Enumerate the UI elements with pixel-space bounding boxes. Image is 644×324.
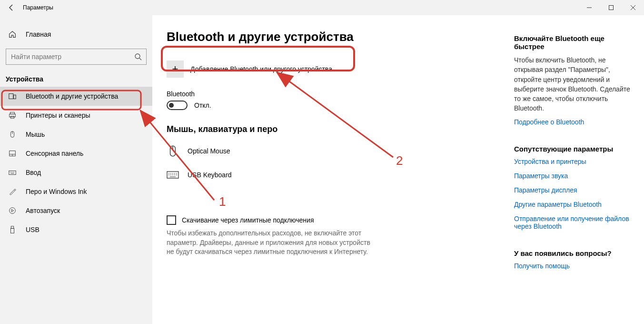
nav-home-label: Главная: [26, 30, 51, 38]
titlebar: Параметры: [0, 0, 644, 15]
svg-rect-8: [10, 112, 15, 114]
pen-icon: [8, 187, 17, 196]
device-name: Optical Mouse: [188, 147, 230, 155]
bluetooth-state: Откл.: [194, 101, 211, 109]
sidebar-item-usb[interactable]: USB: [0, 220, 152, 239]
link-devices-printers[interactable]: Устройства и принтеры: [514, 158, 633, 165]
back-button[interactable]: [0, 4, 23, 11]
svg-rect-10: [10, 116, 14, 119]
mouse-icon: [167, 145, 179, 157]
svg-rect-1: [609, 6, 614, 10]
devices-subheading: Мышь, клавиатура и перо: [167, 124, 500, 134]
sidebar-item-label: USB: [26, 226, 40, 233]
metered-checkbox[interactable]: [167, 215, 176, 225]
svg-point-4: [135, 54, 140, 59]
mouse-icon: [8, 130, 17, 139]
svg-line-5: [139, 58, 141, 60]
link-more-bluetooth[interactable]: Подробнее о Bluetooth: [514, 118, 633, 126]
search-box[interactable]: [6, 49, 147, 65]
keyboard-icon: [167, 171, 179, 179]
home-icon: [8, 30, 17, 39]
sidebar-item-label: Ввод: [26, 169, 41, 176]
link-get-help[interactable]: Получить помощь: [514, 262, 633, 270]
sidebar-section-label: Устройства: [0, 65, 152, 87]
page-title: Bluetooth и другие устройства: [167, 30, 500, 44]
sidebar: Главная Устройства Bluetooth и другие ус…: [0, 15, 152, 324]
add-device-button[interactable]: + Добавление Bluetooth или другого устро…: [167, 59, 359, 80]
right-heading-3: У вас появились вопросы?: [514, 249, 633, 257]
svg-rect-9: [10, 114, 16, 117]
link-sound-settings[interactable]: Параметры звука: [514, 172, 633, 180]
svg-rect-7: [14, 95, 16, 99]
sidebar-item-touchpad[interactable]: Сенсорная панель: [0, 144, 152, 163]
right-heading-2: Сопутствующие параметры: [514, 145, 633, 153]
device-row[interactable]: USB Keyboard: [167, 163, 500, 187]
main-content: Bluetooth и другие устройства + Добавлен…: [152, 15, 514, 324]
right-heading-1: Включайте Bluetooth еще быстрее: [514, 34, 633, 51]
sidebar-item-label: Мышь: [26, 131, 45, 138]
svg-rect-6: [9, 94, 13, 99]
link-display-settings[interactable]: Параметры дисплея: [514, 186, 633, 194]
right-paragraph-1: Чтобы включить Bluetooth, не открывая ра…: [514, 55, 633, 113]
svg-rect-16: [9, 171, 16, 174]
search-input[interactable]: [6, 53, 130, 61]
close-button[interactable]: [622, 0, 644, 15]
link-more-bt-settings[interactable]: Другие параметры Bluetooth: [514, 201, 633, 208]
usb-icon: [8, 225, 17, 234]
back-arrow-icon: [8, 4, 15, 11]
sidebar-item-label: Автозапуск: [26, 207, 60, 214]
sidebar-item-mouse[interactable]: Мышь: [0, 125, 152, 144]
svg-rect-23: [10, 228, 14, 233]
sidebar-item-printers[interactable]: Принтеры и сканеры: [0, 106, 152, 125]
sidebar-item-autoplay[interactable]: Автозапуск: [0, 201, 152, 220]
add-device-label: Добавление Bluetooth или другого устройс…: [190, 65, 332, 73]
bluetooth-toggle[interactable]: [167, 101, 188, 110]
device-name: USB Keyboard: [188, 171, 232, 179]
sidebar-item-typing[interactable]: Ввод: [0, 163, 152, 182]
nav-home[interactable]: Главная: [0, 25, 152, 44]
device-row[interactable]: Optical Mouse: [167, 139, 500, 163]
right-panel: Включайте Bluetooth еще быстрее Чтобы вк…: [514, 15, 643, 324]
metered-description: Чтобы избежать дополнительных расходов, …: [167, 229, 371, 257]
window-title: Параметры: [23, 4, 53, 11]
metered-checkbox-label: Скачивание через лимитные подключения: [182, 216, 314, 224]
printer-icon: [8, 111, 17, 120]
devices-icon: [8, 92, 17, 101]
bluetooth-label: Bluetooth: [167, 90, 500, 98]
sidebar-item-pen[interactable]: Перо и Windows Ink: [0, 182, 152, 201]
plus-icon: +: [167, 61, 184, 78]
sidebar-item-label: Перо и Windows Ink: [26, 188, 87, 195]
keyboard-icon: [8, 168, 17, 177]
sidebar-item-label: Сенсорная панель: [26, 150, 83, 157]
sidebar-item-bluetooth[interactable]: Bluetooth и другие устройства: [0, 87, 152, 106]
minimize-button[interactable]: [578, 0, 600, 15]
sidebar-item-label: Bluetooth и другие устройства: [26, 92, 118, 100]
svg-point-21: [10, 208, 16, 214]
svg-rect-22: [11, 226, 13, 229]
link-send-receive-bt[interactable]: Отправление или получение файлов через B…: [514, 215, 633, 230]
autoplay-icon: [8, 206, 17, 215]
touchpad-icon: [8, 149, 17, 158]
sidebar-item-label: Принтеры и сканеры: [26, 111, 90, 119]
search-icon: [130, 53, 146, 61]
maximize-button[interactable]: [600, 0, 622, 15]
